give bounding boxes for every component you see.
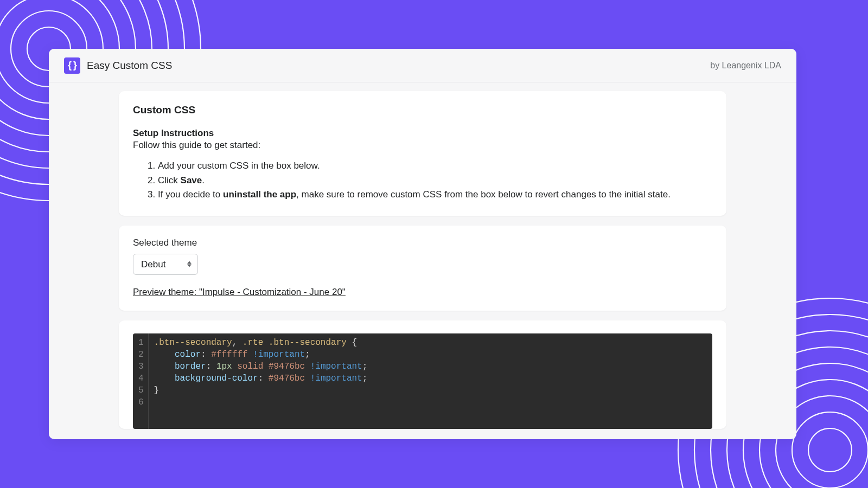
svg-point-10 — [792, 412, 868, 488]
instruction-step-1: Add your custom CSS in the box below. — [158, 159, 712, 173]
code-line-5: } — [154, 384, 707, 396]
selected-theme-label: Selected theme — [133, 237, 712, 248]
app-logo-icon: { } — [64, 57, 80, 74]
content-area: Custom CSS Setup Instructions Follow thi… — [49, 82, 796, 439]
theme-select[interactable]: Debut — [133, 254, 198, 275]
card-title: Custom CSS — [133, 104, 712, 116]
code-line-4: background-color: #9476bc !important; — [154, 373, 707, 384]
code-editor[interactable]: 1 2 3 4 5 6 .btn--secondary, .rte .btn--… — [133, 333, 712, 429]
editor-card: 1 2 3 4 5 6 .btn--secondary, .rte .btn--… — [119, 320, 726, 429]
instruction-step-3: If you decide to uninstall the app, make… — [158, 188, 712, 202]
editor-code[interactable]: .btn--secondary, .rte .btn--secondary { … — [149, 333, 712, 429]
code-line-6 — [154, 396, 707, 408]
app-window: { } Easy Custom CSS by Leangenix LDA Cus… — [49, 49, 796, 439]
theme-select-wrap: Debut — [133, 254, 198, 275]
code-line-1: .btn--secondary, .rte .btn--secondary { — [154, 337, 707, 349]
app-title: Easy Custom CSS — [87, 60, 172, 72]
code-line-3: border: 1px solid #9476bc !important; — [154, 361, 707, 373]
preview-theme-link[interactable]: Preview theme: "Impulse - Customization … — [133, 287, 346, 298]
header-byline: by Leangenix LDA — [710, 61, 781, 70]
svg-point-9 — [808, 428, 852, 472]
instruction-step-2: Click Save. — [158, 174, 712, 188]
code-line-2: color: #ffffff !important; — [154, 349, 707, 361]
instructions-card: Custom CSS Setup Instructions Follow thi… — [119, 91, 726, 216]
app-logo-braces: { } — [68, 60, 76, 71]
app-header: { } Easy Custom CSS by Leangenix LDA — [49, 49, 796, 82]
setup-instructions-intro: Follow this guide to get started: — [133, 140, 712, 151]
editor-gutter: 1 2 3 4 5 6 — [133, 333, 149, 429]
setup-instructions-label: Setup Instructions — [133, 128, 712, 139]
theme-card: Selected theme Debut Preview theme: "Imp… — [119, 226, 726, 311]
instructions-list: Add your custom CSS in the box below. Cl… — [133, 159, 712, 202]
